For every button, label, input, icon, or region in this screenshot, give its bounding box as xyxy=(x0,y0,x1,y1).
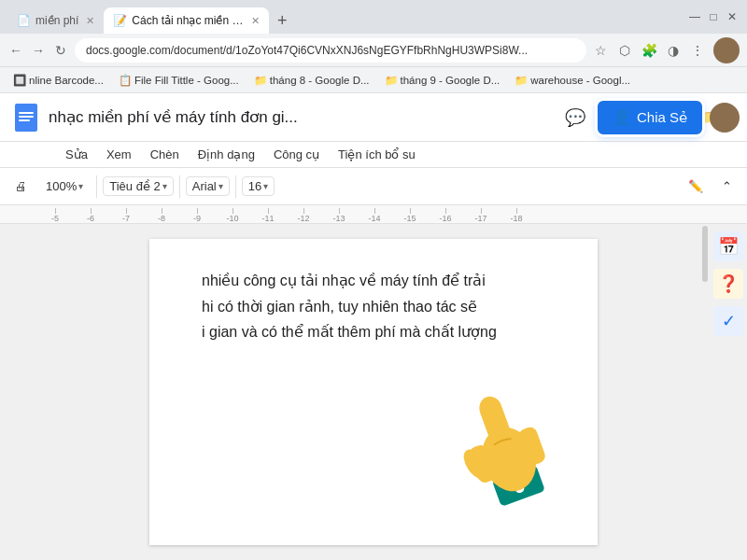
tab-1-close[interactable]: ✕ xyxy=(86,15,94,27)
toolbar-font-value: Arial xyxy=(192,179,217,193)
forward-icon[interactable]: → xyxy=(30,42,47,59)
ruler-mark-8: -8 xyxy=(144,208,179,223)
close-button[interactable]: ✕ xyxy=(725,9,740,24)
tab-1-label: miền phí xyxy=(35,14,78,27)
toolbar-divider-1 xyxy=(96,175,97,198)
docs-logo-icon xyxy=(11,103,41,133)
tab-2-favicon: 📝 xyxy=(113,14,126,27)
share-button[interactable]: 👤 Chia Sẻ xyxy=(598,101,702,134)
sidebar-check-icon[interactable]: ✓ xyxy=(713,306,743,336)
ruler-mark-9: -9 xyxy=(179,208,215,223)
bookmark-4-icon: 📁 xyxy=(385,74,398,87)
profile-icon[interactable]: ◑ xyxy=(665,42,682,59)
menu-sua[interactable]: Sửa xyxy=(56,144,97,165)
bookmark-2[interactable]: 📋 File Fill Tittle - Goog... xyxy=(113,72,245,89)
bookmark-5[interactable]: 📁 warehouse - Googl... xyxy=(509,72,636,89)
browser-avatar[interactable] xyxy=(713,37,740,63)
toolbar-right: ✏️ ⌃ xyxy=(681,175,740,197)
toolbar-heading-value: Tiêu đề 2 xyxy=(109,179,161,193)
ruler-mark-6: -6 xyxy=(73,208,108,223)
ruler-mark-11: -11 xyxy=(250,208,286,223)
svg-rect-1 xyxy=(19,112,34,114)
doc-line-2: hi có thời gian rảnh, tuy nhiên thao tác… xyxy=(202,295,545,319)
toolbar-divider-2 xyxy=(179,175,180,198)
zoom-chevron-icon: ▾ xyxy=(78,181,83,191)
right-sidebar: 📅 ❓ ✓ xyxy=(710,224,747,343)
share-person-icon: 👤 xyxy=(613,108,631,126)
screen-cast-icon[interactable]: ⬡ xyxy=(616,42,633,59)
ruler-mark-15: -15 xyxy=(392,208,428,223)
bookmark-5-label: warehouse - Googl... xyxy=(530,75,630,86)
ruler: -5 -6 -7 -8 -9 -10 -11 -12 xyxy=(0,205,747,224)
ruler-mark-10: -10 xyxy=(215,208,250,223)
bookmark-2-icon: 📋 xyxy=(119,74,132,87)
svg-rect-2 xyxy=(19,116,34,118)
toolbar-zoom-value: 100% xyxy=(46,179,77,193)
maximize-button[interactable]: □ xyxy=(706,9,721,24)
size-chevron-icon: ▾ xyxy=(263,181,268,191)
browser-titlebar: 📄 miền phí ✕ 📝 Cách tải nhạc miền phí về… xyxy=(0,0,747,34)
docs-user-avatar[interactable] xyxy=(710,103,740,133)
share-button-label: Chia Sẻ xyxy=(637,109,687,126)
menu-dinh-dang[interactable]: Định dạng xyxy=(189,144,264,165)
tab-2[interactable]: 📝 Cách tải nhạc miền phí về máy ti... ✕ xyxy=(104,7,269,34)
back-icon[interactable]: ← xyxy=(7,42,24,59)
bookmarks-bar: 🔲 nline Barcode... 📋 File Fill Tittle - … xyxy=(0,67,747,93)
ruler-mark-12: -12 xyxy=(286,208,321,223)
bookmark-1-icon: 🔲 xyxy=(13,74,26,87)
bookmark-star-icon[interactable]: ☆ xyxy=(592,42,609,59)
tab-1-favicon: 📄 xyxy=(17,14,30,27)
ruler-num: -12 xyxy=(297,214,309,223)
address-input[interactable] xyxy=(75,38,586,63)
ruler-num: -6 xyxy=(87,214,94,223)
toolbar-zoom[interactable]: 100% ▾ xyxy=(38,175,91,197)
ruler-num: -16 xyxy=(439,214,451,223)
tab-2-close[interactable]: ✕ xyxy=(251,15,260,27)
tab-2-label: Cách tải nhạc miền phí về máy ti... xyxy=(132,14,244,27)
menu-tien-ich[interactable]: Tiện ích bổ su xyxy=(329,144,425,165)
new-tab-button[interactable]: + xyxy=(269,7,295,34)
menu-xem[interactable]: Xem xyxy=(97,144,141,165)
ruler-num: -14 xyxy=(368,214,380,223)
minimize-button[interactable]: — xyxy=(687,9,702,24)
toolbar-font-select[interactable]: Arial ▾ xyxy=(186,176,230,196)
toolbar-pencil-icon[interactable]: ✏️ xyxy=(681,175,711,197)
ruler-num: -17 xyxy=(474,214,486,223)
window-controls: — □ ✕ xyxy=(687,9,740,24)
sidebar-yellow-icon[interactable]: ❓ xyxy=(713,269,743,299)
toolbar-divider-3 xyxy=(235,175,236,198)
ruler-num: -7 xyxy=(122,214,130,223)
ruler-mark-13: -13 xyxy=(321,208,357,223)
toolbar-heading-select[interactable]: Tiêu đề 2 ▾ xyxy=(103,176,174,196)
ruler-num: -8 xyxy=(158,214,165,223)
toolbar-print-icon[interactable]: 🖨 xyxy=(7,175,35,197)
svg-rect-3 xyxy=(19,119,30,121)
menu-cong-cu[interactable]: Công cụ xyxy=(264,144,329,165)
ruler-marks: -5 -6 -7 -8 -9 -10 -11 -12 xyxy=(37,205,534,223)
reload-icon[interactable]: ↻ xyxy=(52,42,69,59)
ruler-num: -11 xyxy=(261,214,274,223)
bookmark-4[interactable]: 📁 tháng 9 - Google D... xyxy=(379,72,506,89)
tab-1[interactable]: 📄 miền phí ✕ xyxy=(7,7,104,34)
menu-chen[interactable]: Chèn xyxy=(141,144,189,165)
header-right: 💬 👤 Chia Sẻ xyxy=(560,101,740,134)
ruler-mark-18: -18 xyxy=(499,208,534,223)
docs-header: nhạc miền phí về máy tính đơn gi... ☆ 📁 … xyxy=(0,93,747,142)
sidebar-calendar-icon[interactable]: 📅 xyxy=(713,231,743,261)
comment-button[interactable]: 💬 xyxy=(560,103,590,133)
toolbar-size-select[interactable]: 16 ▾ xyxy=(242,176,275,196)
extension-icon[interactable]: 🧩 xyxy=(641,42,657,59)
tab-bar: 📄 miền phí ✕ 📝 Cách tải nhạc miền phí về… xyxy=(7,0,676,34)
ruler-mark-17: -17 xyxy=(463,208,499,223)
toolbar-chevron-up-icon[interactable]: ⌃ xyxy=(714,175,740,197)
ruler-num: -15 xyxy=(403,214,416,223)
menu-dots-icon[interactable]: ⋮ xyxy=(689,42,706,59)
ruler-num: -18 xyxy=(510,214,522,223)
bookmark-1[interactable]: 🔲 nline Barcode... xyxy=(7,72,109,89)
bookmark-3-label: tháng 8 - Google D... xyxy=(270,75,370,86)
document-text: nhiều công cụ tải nhạc về máy tính để tr… xyxy=(202,269,545,344)
bookmark-3[interactable]: 📁 tháng 8 - Google D... xyxy=(248,72,375,89)
scrollbar-thumb[interactable] xyxy=(702,226,708,282)
document-scrollbar[interactable] xyxy=(700,224,710,560)
address-bar-icons: ☆ ⬡ 🧩 ◑ ⋮ xyxy=(592,37,740,63)
